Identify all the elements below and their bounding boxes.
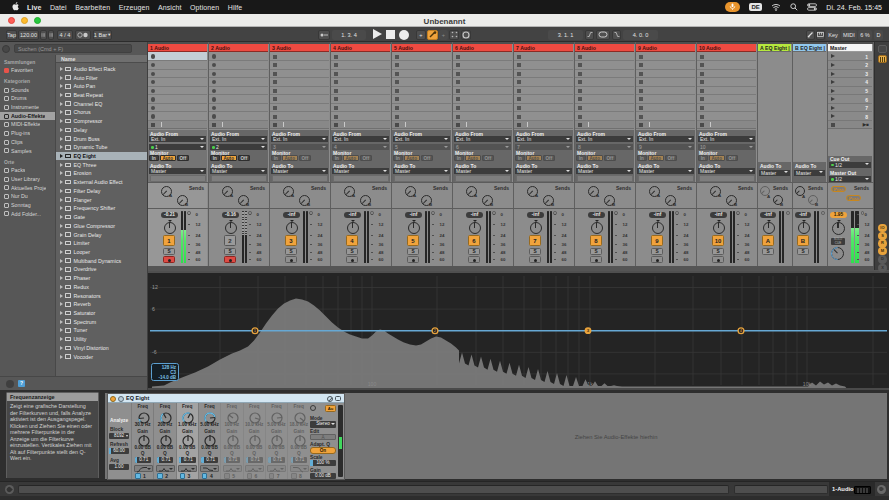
edit-ab-button[interactable]: A <box>310 434 336 440</box>
freq-knob[interactable] <box>294 410 305 421</box>
menu-item-optionen[interactable]: Optionen <box>190 4 219 11</box>
clip-stop-icon[interactable] <box>578 55 582 59</box>
clip-slot[interactable] <box>636 112 695 121</box>
output-chooser[interactable]: Master <box>637 168 694 174</box>
clip-record-icon[interactable] <box>151 114 155 118</box>
clip-stop-row[interactable] <box>697 121 756 129</box>
disclosure-triangle-icon[interactable] <box>60 337 63 341</box>
device-list-item-delay[interactable]: Delay <box>56 126 147 135</box>
clip-stop-icon[interactable] <box>578 72 582 76</box>
scene-slot[interactable]: 7 <box>828 104 872 113</box>
clip-slot[interactable] <box>636 78 695 87</box>
clip-slot[interactable] <box>514 95 573 104</box>
gain-knob[interactable] <box>160 433 171 444</box>
solo-cue-button[interactable]: SOLO CUE <box>831 238 845 245</box>
arm-button[interactable] <box>712 256 724 263</box>
clip-slot[interactable] <box>636 52 695 61</box>
clip-stop-icon[interactable] <box>517 63 521 67</box>
clip-slot[interactable] <box>209 61 268 70</box>
monitor-in-button[interactable]: In <box>271 155 281 161</box>
disclosure-triangle-icon[interactable] <box>60 346 63 350</box>
track-header[interactable]: 5 Audio <box>392 44 451 52</box>
pan-knob[interactable] <box>347 222 359 234</box>
device-list-item-resonators[interactable]: Resonators <box>56 291 147 300</box>
disclosure-triangle-icon[interactable] <box>60 163 63 167</box>
disclosure-triangle-icon[interactable] <box>60 145 63 149</box>
key-map-button[interactable]: Key <box>826 30 840 40</box>
pan-knob[interactable] <box>798 222 810 234</box>
band-activator-checkbox[interactable] <box>247 473 253 479</box>
output-chooser[interactable]: Master <box>794 170 825 176</box>
return-track-header[interactable]: B EQ Eight | <box>793 44 826 52</box>
disclosure-triangle-icon[interactable] <box>60 67 63 71</box>
clip-record-icon[interactable] <box>212 97 216 101</box>
device-list-header[interactable]: Name <box>56 55 147 63</box>
monitor-in-button[interactable]: In <box>698 155 708 161</box>
reenable-automation-button[interactable]: + <box>439 30 448 40</box>
stop-all-clips-row[interactable]: ▶■ <box>828 121 872 129</box>
return-activator-button[interactable]: A <box>762 235 774 246</box>
freq-value[interactable]: 30.0 Hz <box>132 422 153 427</box>
clip-stop-icon[interactable] <box>517 115 521 119</box>
audition-toggle[interactable]: Au <box>325 405 336 412</box>
clip-slot[interactable] <box>514 70 573 79</box>
monitor-auto-button[interactable]: Auto <box>465 155 481 161</box>
device-list-item-reverb[interactable]: Reverb <box>56 300 147 309</box>
clip-record-icon[interactable] <box>212 89 216 93</box>
monitor-off-button[interactable]: Off <box>299 155 311 161</box>
disclosure-triangle-icon[interactable] <box>60 224 63 228</box>
send-post-button[interactable]: Post <box>846 195 861 201</box>
band-activator-checkbox[interactable] <box>135 473 141 479</box>
refresh-value[interactable]: 60.00 <box>109 448 129 454</box>
stop-clips-icon[interactable] <box>212 123 216 127</box>
time-signature-field[interactable]: 4 / 4 <box>57 30 73 40</box>
automation-arm-button[interactable] <box>427 30 438 40</box>
stop-clips-icon[interactable] <box>517 123 521 127</box>
device-drop-zone[interactable]: Ziehen Sie Audio-Effekte hierhin <box>345 393 887 479</box>
q-value[interactable]: 0.71 <box>201 457 218 463</box>
clip-stop-icon[interactable] <box>639 89 643 93</box>
arm-button[interactable] <box>163 256 175 263</box>
clip-stop-icon[interactable] <box>456 80 460 84</box>
clip-slot[interactable] <box>331 61 390 70</box>
band-activator-checkbox[interactable] <box>157 473 163 479</box>
input-type-chooser[interactable]: Ext. In <box>637 136 694 142</box>
menu-item-datei[interactable]: Datei <box>50 4 67 11</box>
filter-type-chooser[interactable] <box>290 465 309 472</box>
track-activator-button[interactable]: 5 <box>407 235 419 246</box>
solo-button[interactable]: S <box>529 248 541 255</box>
eq-output-gain-slider[interactable] <box>338 405 343 477</box>
spotlight-search-icon[interactable] <box>790 3 798 12</box>
clip-slot[interactable] <box>392 52 451 61</box>
return-activator-button[interactable]: B <box>797 235 809 246</box>
clip-stop-icon[interactable] <box>273 55 277 59</box>
clip-slot[interactable] <box>209 52 268 61</box>
monitor-auto-button[interactable]: Auto <box>282 155 298 161</box>
monitor-off-button[interactable]: Off <box>543 155 555 161</box>
device-list-item-gate[interactable]: Gate <box>56 213 147 222</box>
clip-stop-icon[interactable] <box>639 115 643 119</box>
clip-slot[interactable] <box>331 70 390 79</box>
clip-stop-icon[interactable] <box>639 55 643 59</box>
clip-stop-icon[interactable] <box>578 89 582 93</box>
disclosure-triangle-icon[interactable] <box>60 311 63 315</box>
adaptq-button[interactable]: On <box>310 447 336 454</box>
stop-clips-icon[interactable] <box>700 123 704 127</box>
clip-slot[interactable] <box>392 70 451 79</box>
clip-slot[interactable] <box>697 70 756 79</box>
input-type-chooser[interactable]: Ext. In <box>515 136 572 142</box>
clip-slot[interactable] <box>148 104 207 113</box>
stop-clips-icon[interactable] <box>151 123 155 127</box>
clip-stop-icon[interactable] <box>334 115 338 119</box>
device-list-item-grain-delay[interactable]: Grain Delay <box>56 230 147 239</box>
clip-stop-icon[interactable] <box>273 115 277 119</box>
clip-slot[interactable] <box>575 95 634 104</box>
disclosure-triangle-icon[interactable] <box>60 285 63 289</box>
input-type-chooser[interactable]: Ext. In <box>698 136 755 142</box>
scale-value[interactable]: 100 % <box>310 460 336 466</box>
search-input[interactable] <box>14 44 132 53</box>
disclosure-triangle-icon[interactable] <box>60 241 63 245</box>
loop-toggle[interactable] <box>596 30 610 40</box>
gain-value[interactable]: 0.00 dB <box>244 445 265 450</box>
sidebar-item-drums[interactable]: Drums <box>0 94 55 103</box>
